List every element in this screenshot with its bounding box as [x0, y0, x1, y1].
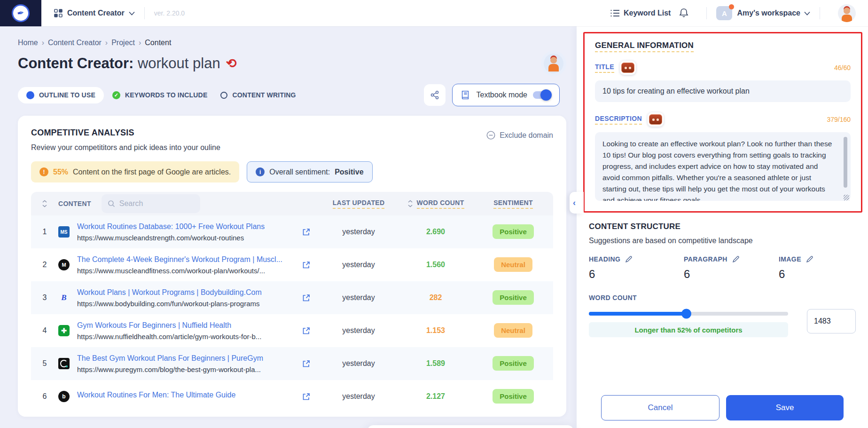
- table-row[interactable]: 3 Workout Plans | Workout Programs | Bod…: [31, 281, 553, 314]
- textbook-mode-control[interactable]: Textbook mode: [452, 84, 560, 106]
- ai-generate-title-button[interactable]: [620, 61, 636, 75]
- keyword-list-button[interactable]: Keyword List: [610, 9, 671, 17]
- workspace-name: Amy's workspace: [737, 9, 800, 17]
- edit-heading-button[interactable]: [625, 255, 633, 263]
- table-search[interactable]: [102, 194, 200, 213]
- sort-icon[interactable]: [42, 200, 47, 207]
- word-count-slider-thumb[interactable]: [681, 309, 691, 319]
- book-icon: [460, 90, 470, 100]
- sentiment-badge: Positive: [493, 389, 534, 404]
- sentiment-column-header[interactable]: SENTIMENT: [493, 199, 533, 209]
- info-icon: i: [256, 167, 265, 176]
- row-number: 5: [43, 359, 47, 368]
- save-button[interactable]: Save: [726, 395, 844, 420]
- result-title-link[interactable]: The Best Gym Workout Plans For Beginners…: [77, 354, 288, 363]
- edit-image-button[interactable]: [806, 255, 813, 263]
- card-subtitle: Review your competititors and pick ideas…: [31, 143, 220, 152]
- open-external-button[interactable]: [302, 228, 311, 237]
- cancel-button[interactable]: Cancel: [601, 395, 719, 420]
- result-title-link[interactable]: Workout Plans | Workout Programs | Bodyb…: [77, 288, 288, 297]
- content-column-header[interactable]: CONTENT: [58, 200, 91, 207]
- external-link-icon: [302, 326, 311, 335]
- textarea-resize-handle[interactable]: [844, 195, 849, 200]
- image-count-group: IMAGE 6: [779, 255, 856, 281]
- ai-robot-icon: [649, 114, 662, 125]
- word-count-column-header[interactable]: WORD COUNT: [417, 199, 464, 209]
- word-count-cell: 2.690: [426, 228, 445, 236]
- word-count-input[interactable]: [807, 309, 856, 333]
- app-logo[interactable]: ✒: [0, 0, 41, 26]
- result-url: https://www.muscleandstrength.com/workou…: [77, 234, 288, 242]
- open-external-button[interactable]: [302, 392, 311, 401]
- divider: [706, 7, 707, 19]
- share-button[interactable]: [424, 84, 446, 106]
- general-information-title: GENERAL INFORMATION: [595, 41, 694, 52]
- external-link-icon: [302, 228, 311, 237]
- title-input[interactable]: [595, 80, 851, 102]
- history-restore-icon[interactable]: ⟲: [226, 56, 237, 71]
- sort-icon[interactable]: [407, 200, 413, 207]
- breadcrumb: Home› Content Creator› Project› Content: [18, 39, 566, 47]
- table-header: CONTENT LAST UPDATED WORD COUNT SENTIMEN…: [31, 192, 553, 215]
- result-title-link[interactable]: Workout Routines For Men: The Ultimate G…: [77, 391, 288, 399]
- open-external-button[interactable]: [302, 293, 311, 302]
- collaborator-avatar: [544, 54, 563, 73]
- collapse-panel-button[interactable]: ‹: [570, 192, 584, 214]
- result-title-link[interactable]: Gym Workouts For Beginners | Nuffield He…: [77, 321, 288, 330]
- bell-icon: [679, 8, 688, 18]
- exclude-domain-button[interactable]: Exclude domain: [486, 131, 553, 140]
- app-switcher[interactable]: Content Creator: [54, 8, 135, 18]
- external-link-icon: [302, 293, 311, 302]
- last-updated-column-header[interactable]: LAST UPDATED: [333, 199, 385, 209]
- paragraph-count-group: PARAGRAPH 6: [684, 255, 779, 281]
- search-input[interactable]: [119, 199, 190, 208]
- open-external-button[interactable]: [302, 359, 311, 368]
- row-number: 1: [43, 228, 47, 236]
- top-navbar: ✒ Content Creator ver. 2.20.0 Keyword Li…: [0, 0, 868, 26]
- open-external-button[interactable]: [302, 261, 311, 269]
- step-outline-to-use[interactable]: OUTLINE TO USE: [18, 87, 104, 103]
- table-row[interactable]: 2 The Complete 4-Week Beginner's Workout…: [31, 248, 553, 281]
- breadcrumb-home[interactable]: Home: [18, 39, 38, 47]
- user-avatar[interactable]: [838, 4, 856, 22]
- open-external-button[interactable]: [302, 326, 311, 335]
- overall-sentiment-value: Positive: [335, 168, 363, 176]
- edit-paragraph-button[interactable]: [732, 255, 740, 263]
- view-options-bar: SERP View AI Assistant: [367, 425, 574, 428]
- last-updated-cell: yesterday: [342, 359, 375, 368]
- row-number: 4: [43, 326, 47, 335]
- search-icon: [108, 200, 115, 207]
- breadcrumb-content-creator[interactable]: Content Creator: [48, 39, 102, 47]
- minus-circle-icon: [486, 131, 495, 140]
- result-title-link[interactable]: The Complete 4-Week Beginner's Workout P…: [77, 255, 288, 264]
- step-keywords-to-include[interactable]: ✓ KEYWORDS TO INCLUDE: [112, 91, 207, 99]
- step-content-writing[interactable]: CONTENT WRITING: [220, 91, 296, 99]
- general-information-section: GENERAL INFORMATION TITLE 46/60 DESCRIPT…: [583, 32, 862, 213]
- breadcrumb-project[interactable]: Project: [111, 39, 135, 47]
- word-count-cell: 1.589: [426, 359, 445, 368]
- textbook-mode-toggle[interactable]: [533, 91, 552, 99]
- keyword-list-label: Keyword List: [624, 9, 671, 17]
- word-count-cell: 1.560: [426, 261, 445, 269]
- divider: [144, 7, 145, 19]
- site-favicon: [58, 292, 70, 303]
- description-char-counter: 379/160: [827, 116, 851, 123]
- table-row[interactable]: 1 Workout Routines Database: 1000+ Free …: [31, 215, 553, 248]
- workspace-avatar-chip[interactable]: A: [716, 6, 732, 20]
- description-textarea[interactable]: Looking to create an effective workout p…: [595, 132, 851, 201]
- site-favicon: [58, 226, 70, 238]
- warning-icon: !: [39, 167, 48, 176]
- word-count-slider[interactable]: [589, 312, 788, 316]
- table-row[interactable]: 6 Workout Routines For Men: The Ultimate…: [31, 380, 553, 413]
- notifications-button[interactable]: [679, 8, 688, 18]
- table-row[interactable]: 5 The Best Gym Workout Plans For Beginne…: [31, 347, 553, 380]
- site-favicon: [58, 358, 70, 369]
- ai-generate-description-button[interactable]: [648, 112, 664, 127]
- card-title: COMPETITIVE ANALYSIS: [31, 128, 220, 138]
- content-structure-title: CONTENT STRUCTURE: [589, 222, 856, 231]
- external-link-icon: [302, 359, 311, 368]
- table-row[interactable]: 4 Gym Workouts For Beginners | Nuffield …: [31, 314, 553, 347]
- chevron-down-icon[interactable]: [804, 11, 810, 16]
- result-title-link[interactable]: Workout Routines Database: 1000+ Free Wo…: [77, 222, 288, 231]
- textarea-scrollbar[interactable]: [844, 137, 847, 188]
